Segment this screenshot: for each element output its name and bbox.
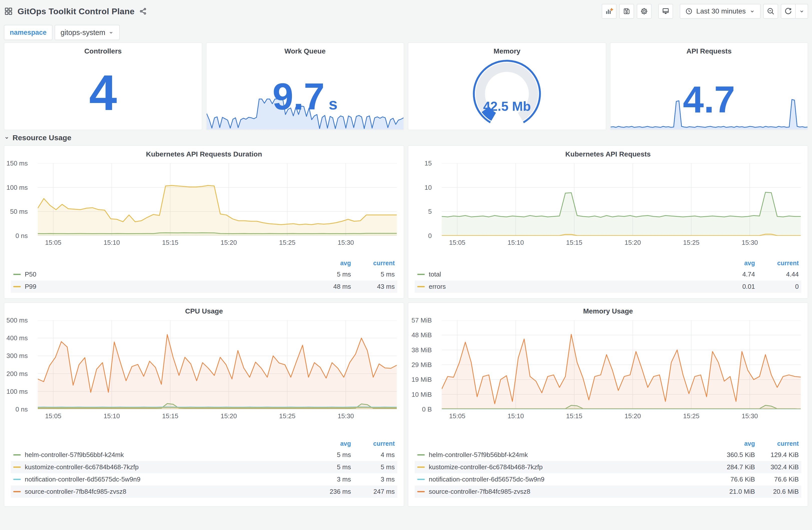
- legend-sort-avg[interactable]: avg: [307, 260, 351, 267]
- y-axis-labels: 151050: [408, 163, 436, 236]
- legend-series-label[interactable]: source-controller-7fb84fc985-zvsz8: [25, 488, 126, 496]
- x-tick-label: 15:20: [221, 239, 237, 247]
- y-tick-label: 200 ms: [6, 370, 28, 378]
- legend-series-label[interactable]: source-controller-7fb84fc985-zvsz8: [429, 488, 530, 496]
- panel-title[interactable]: Controllers: [4, 47, 202, 55]
- panel-memory-usage: Memory Usage 57 MiB48 MiB38 MiB29 MiB19 …: [408, 303, 808, 506]
- stat-panels-row: Controllers 4 Work Queue 9.7 s Memory 42…: [4, 43, 808, 130]
- legend-row: kustomize-controller-6c6784b468-7kzfp 28…: [415, 461, 801, 473]
- legend-series-label[interactable]: errors: [429, 283, 446, 291]
- legend-row: P99 48 ms 43 ms: [11, 280, 397, 293]
- row-toggle-resource-usage[interactable]: Resource Usage: [4, 130, 808, 146]
- y-axis-labels: 150 ms100 ms50 ms0 ns: [4, 163, 32, 236]
- chevron-down-icon: [749, 8, 755, 14]
- requests-chart-plot[interactable]: [442, 163, 801, 236]
- api-requests-value: 4.7: [610, 81, 808, 118]
- legend-series-label[interactable]: notification-controller-6d56575dc-5w9n9: [429, 475, 545, 483]
- panel-title[interactable]: Work Queue: [206, 47, 404, 55]
- y-axis-labels: 57 MiB48 MiB38 MiB29 MiB19 MiB10 MiB0 B: [408, 320, 436, 409]
- row-title: Resource Usage: [13, 133, 71, 142]
- legend-row: notification-controller-6d56575dc-5w9n9 …: [415, 473, 801, 486]
- x-tick-label: 15:25: [683, 239, 699, 247]
- cycle-view-tv-button[interactable]: [658, 4, 673, 18]
- x-tick-label: 15:25: [279, 239, 295, 247]
- legend-header: avgcurrent: [11, 438, 397, 449]
- panel-title[interactable]: Memory: [408, 47, 606, 55]
- legend-sort-avg[interactable]: avg: [307, 440, 351, 447]
- y-tick-label: 50 ms: [10, 208, 28, 216]
- y-tick-label: 400 ms: [6, 334, 28, 342]
- legend-series-label[interactable]: total: [429, 270, 441, 278]
- x-tick-label: 15:15: [566, 239, 582, 247]
- series-color-dash: [417, 286, 425, 287]
- x-tick-label: 15:10: [508, 239, 524, 247]
- time-range-picker[interactable]: Last 30 minutes: [680, 4, 760, 18]
- series-color-dash: [13, 467, 21, 468]
- legend-row: total 4.74 4.44: [415, 268, 801, 280]
- series-color-dash: [417, 454, 425, 456]
- y-tick-label: 100 ms: [6, 183, 28, 191]
- variable-value-dropdown[interactable]: gitops-system: [55, 25, 119, 40]
- legend-sort-avg[interactable]: avg: [711, 260, 755, 267]
- x-tick-label: 15:10: [508, 412, 524, 420]
- save-dashboard-button[interactable]: [619, 4, 634, 18]
- controllers-value: 4: [4, 68, 202, 118]
- x-axis-labels: 15:0515:1015:1515:2015:2515:30: [38, 409, 397, 421]
- chart-row-1: Kubernetes API Requests Duration 150 ms1…: [4, 146, 808, 298]
- legend-series-label[interactable]: notification-controller-6d56575dc-5w9n9: [25, 475, 141, 483]
- legend-series-label[interactable]: kustomize-controller-6c6784b468-7kzfp: [429, 463, 542, 471]
- legend-current-value: 43 ms: [351, 283, 395, 291]
- panel-title[interactable]: Kubernetes API Requests: [408, 150, 808, 158]
- legend-avg-value: 3 ms: [307, 475, 351, 483]
- legend-current-value: 4 ms: [351, 451, 395, 459]
- legend-avg-value: 76.6 KiB: [711, 475, 755, 483]
- cpu-chart-plot[interactable]: [38, 320, 397, 409]
- series-color-dash: [13, 479, 21, 480]
- panel-title[interactable]: API Requests: [610, 47, 808, 55]
- y-axis-labels: 500 ms400 ms300 ms200 ms100 ms0 ns: [4, 320, 32, 409]
- panel-title[interactable]: Kubernetes API Requests Duration: [4, 150, 404, 158]
- panel-kubernetes-api-requests: Kubernetes API Requests 151050 15:0515:1…: [408, 146, 808, 298]
- legend-series-label[interactable]: P99: [25, 283, 36, 291]
- legend-current-value: 247 ms: [351, 488, 395, 496]
- zoom-out-time-button[interactable]: [764, 4, 778, 18]
- legend-current-value: 129.4 KiB: [755, 451, 799, 459]
- legend-sort-avg[interactable]: avg: [711, 440, 755, 447]
- dashboard-settings-button[interactable]: [637, 4, 651, 18]
- memory-chart-plot[interactable]: [442, 320, 801, 409]
- panel-cpu-usage: CPU Usage 500 ms400 ms300 ms200 ms100 ms…: [4, 303, 404, 506]
- duration-chart-plot[interactable]: [38, 163, 397, 236]
- legend-series-label[interactable]: helm-controller-57f9b56bbf-k24mk: [429, 451, 528, 459]
- legend-row: kustomize-controller-6c6784b468-7kzfp 5 …: [11, 461, 397, 473]
- y-tick-label: 19 MiB: [411, 376, 432, 383]
- refresh-interval-dropdown[interactable]: [796, 4, 808, 18]
- refresh-icon[interactable]: [781, 4, 796, 18]
- legend-row: helm-controller-57f9b56bbf-k24mk 360.5 K…: [415, 449, 801, 461]
- x-axis-labels: 15:0515:1015:1515:2015:2515:30: [38, 236, 397, 247]
- panel-title[interactable]: Memory Usage: [408, 307, 808, 315]
- legend-current-value: 302.4 KiB: [755, 463, 799, 471]
- legend-sort-current[interactable]: current: [351, 260, 395, 267]
- series-color-dash: [417, 467, 425, 468]
- add-panel-button[interactable]: [602, 4, 617, 18]
- legend-series-label[interactable]: P50: [25, 270, 36, 278]
- variable-label-namespace[interactable]: namespace: [4, 25, 52, 40]
- chart-row-2: CPU Usage 500 ms400 ms300 ms200 ms100 ms…: [4, 303, 808, 506]
- time-range-label: Last 30 minutes: [696, 7, 746, 15]
- x-tick-label: 15:20: [221, 412, 237, 420]
- legend-series-label[interactable]: kustomize-controller-6c6784b468-7kzfp: [25, 463, 139, 471]
- series-color-dash: [417, 274, 425, 275]
- legend-sort-current[interactable]: current: [755, 260, 799, 267]
- legend-sort-current[interactable]: current: [755, 440, 799, 447]
- legend-avg-value: 0.01: [711, 283, 755, 291]
- series-color-dash: [13, 491, 21, 492]
- panel-title[interactable]: CPU Usage: [4, 307, 404, 315]
- apps-grid-icon[interactable]: [4, 7, 13, 16]
- legend-series-label[interactable]: helm-controller-57f9b56bbf-k24mk: [25, 451, 124, 459]
- legend-avg-value: 284.7 KiB: [711, 463, 755, 471]
- legend-sort-current[interactable]: current: [351, 440, 395, 447]
- memory-value: 42.5 Mb: [408, 99, 606, 114]
- share-icon[interactable]: [139, 7, 147, 15]
- legend-avg-value: 236 ms: [307, 488, 351, 496]
- legend-current-value: 4.44: [755, 270, 799, 278]
